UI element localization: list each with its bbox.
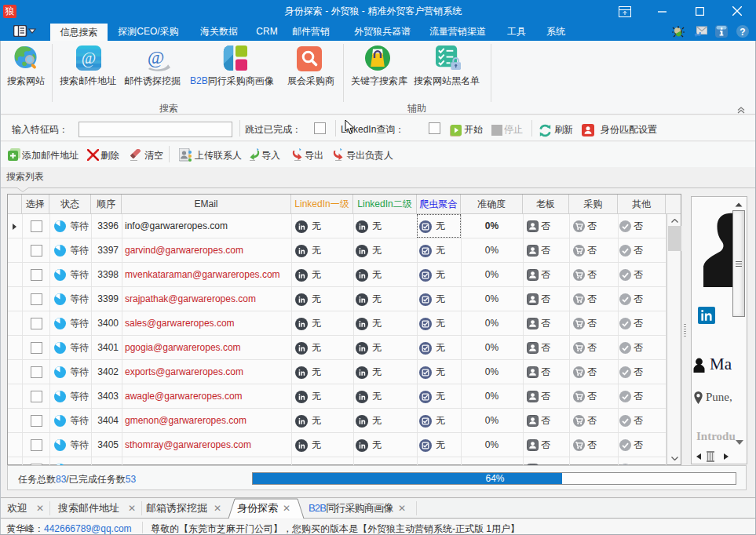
svg-text:?: ? bbox=[740, 27, 745, 38]
svg-text:@: @ bbox=[82, 49, 96, 67]
svg-text:@: @ bbox=[148, 47, 164, 67]
